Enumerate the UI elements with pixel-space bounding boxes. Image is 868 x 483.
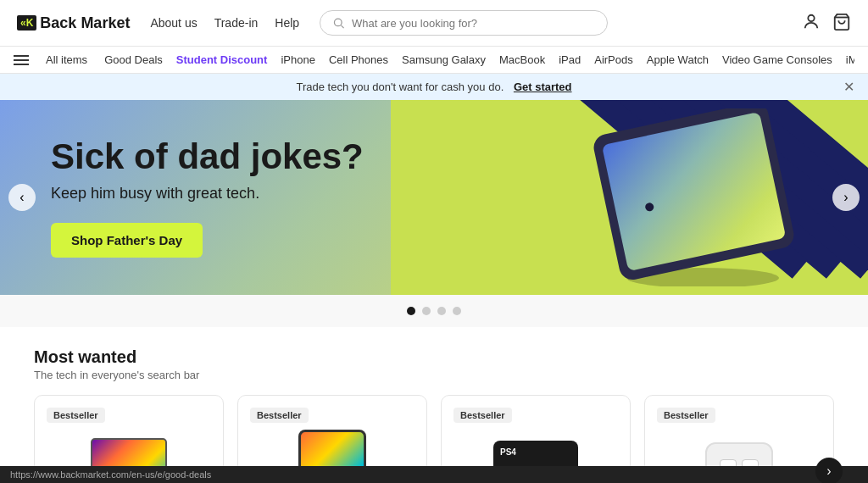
dot-3[interactable] — [437, 307, 446, 315]
status-bar: https://www.backmarket.com/en-us/e/good-… — [0, 466, 868, 483]
user-icon[interactable] — [802, 13, 821, 34]
most-wanted-section: Most wanted The tech in everyone's searc… — [0, 327, 868, 483]
dot-4[interactable] — [453, 307, 461, 315]
status-url: https://www.backmarket.com/en-us/e/good-… — [10, 469, 211, 480]
svg-point-0 — [335, 19, 342, 26]
brand-name: Back Market — [40, 14, 130, 32]
hero-prev-button[interactable]: ‹ — [8, 184, 36, 211]
hero-banner: ‹ Sick of dad jokes? Keep him busy with … — [0, 100, 868, 295]
dot-2[interactable] — [422, 307, 431, 315]
bestseller-badge: Bestseller — [47, 408, 105, 423]
cart-icon[interactable] — [832, 13, 851, 34]
logo-icon: «K — [17, 15, 36, 31]
header-nav: About us Trade-in Help — [150, 16, 299, 30]
apple-watch-link[interactable]: Apple Watch — [647, 53, 709, 66]
about-us-link[interactable]: About us — [150, 16, 197, 30]
promo-text: Trade tech you don't want for cash you d… — [296, 80, 504, 93]
hero-visual — [391, 100, 868, 295]
svg-line-1 — [342, 25, 344, 28]
cell-phones-link[interactable]: Cell Phones — [329, 53, 388, 66]
tablet-image — [580, 108, 817, 286]
hero-cta-button[interactable]: Shop Father's Day — [51, 223, 203, 258]
samsung-galaxy-link[interactable]: Samsung Galaxy — [402, 53, 486, 66]
student-discount-link[interactable]: Student Discount — [176, 53, 268, 66]
hero-content: Sick of dad jokes? Keep him busy with gr… — [0, 103, 415, 291]
hero-subtext: Keep him busy with great tech. — [51, 185, 364, 203]
good-deals-link[interactable]: Good Deals — [104, 53, 163, 66]
hamburger-menu[interactable] — [14, 55, 29, 65]
close-icon[interactable]: ✕ — [843, 79, 854, 95]
hero-headline: Sick of dad jokes? — [51, 137, 364, 176]
header-icons — [802, 13, 851, 34]
hero-dots — [0, 295, 868, 327]
category-navbar: All items Good Deals Student Discount iP… — [0, 47, 868, 74]
search-bar — [320, 10, 608, 36]
site-header: «K Back Market About us Trade-in Help — [0, 0, 868, 47]
most-wanted-title: Most wanted — [34, 347, 834, 367]
most-wanted-subtitle: The tech in everyone's search bar — [34, 369, 834, 381]
svg-point-2 — [808, 14, 814, 20]
navbar-links: Good Deals Student Discount iPhone Cell … — [104, 53, 854, 66]
bestseller-badge: Bestseller — [657, 408, 715, 423]
search-input[interactable] — [352, 17, 595, 30]
macbook-link[interactable]: MacBook — [499, 53, 545, 66]
bestseller-badge: Bestseller — [453, 408, 512, 423]
logo[interactable]: «K Back Market — [17, 14, 130, 32]
trade-in-link[interactable]: Trade-in — [214, 16, 259, 30]
bestseller-badge: Bestseller — [250, 408, 309, 423]
hero-next-button[interactable]: › — [832, 184, 860, 211]
iphone-link[interactable]: iPhone — [281, 53, 314, 66]
ipad-link[interactable]: iPad — [559, 53, 581, 66]
all-items-label[interactable]: All items — [46, 53, 87, 66]
promo-banner: Trade tech you don't want for cash you d… — [0, 74, 868, 100]
promo-cta[interactable]: Get started — [514, 80, 572, 93]
airpods-link[interactable]: AirPods — [594, 53, 633, 66]
video-game-consoles-link[interactable]: Video Game Consoles — [722, 53, 832, 66]
search-icon — [332, 16, 345, 30]
help-link[interactable]: Help — [275, 16, 299, 30]
products-next-button[interactable]: › — [815, 458, 843, 484]
imac-link[interactable]: iMac — [846, 53, 854, 66]
dot-1[interactable] — [407, 307, 415, 315]
